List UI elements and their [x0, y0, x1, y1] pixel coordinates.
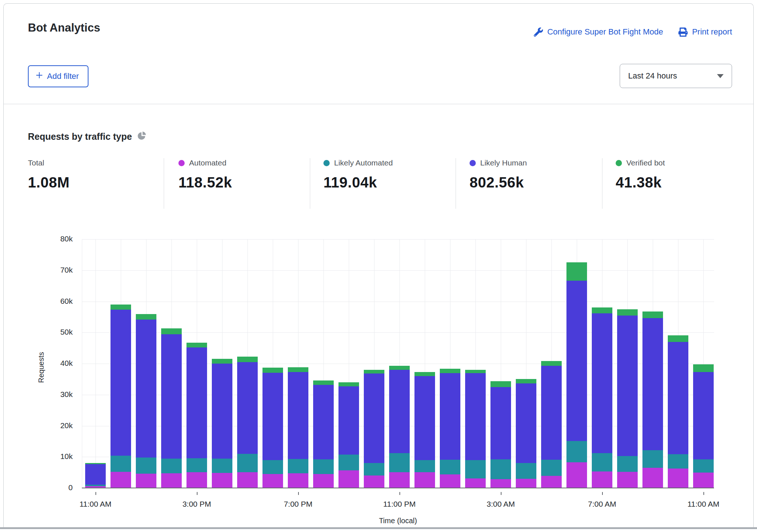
bar-5-00-am[interactable]: [541, 361, 562, 488]
bar-segment-verified-bot[interactable]: [338, 382, 359, 386]
stat-likely-automated[interactable]: Likely Automated 119.04k: [323, 158, 393, 209]
bar-segment-likely-human[interactable]: [389, 370, 410, 453]
bar-3-00-pm[interactable]: [186, 343, 207, 488]
bar-10-00-am[interactable]: [668, 335, 688, 488]
bar-segment-verified-bot[interactable]: [440, 369, 460, 373]
bar-segment-likely-human[interactable]: [111, 310, 131, 455]
bar-segment-likely-automated[interactable]: [237, 454, 258, 473]
bar-segment-verified-bot[interactable]: [313, 380, 334, 385]
bar-segment-automated[interactable]: [642, 468, 663, 488]
bar-segment-likely-human[interactable]: [136, 320, 156, 457]
bar-segment-automated[interactable]: [490, 479, 511, 488]
bar-segment-likely-automated[interactable]: [313, 459, 334, 474]
bar-segment-likely-human[interactable]: [693, 372, 714, 459]
bar-segment-likely-human[interactable]: [186, 347, 207, 458]
bar-segment-likely-automated[interactable]: [364, 463, 384, 475]
bar-segment-automated[interactable]: [338, 470, 359, 488]
bar-9-00-pm[interactable]: [338, 382, 359, 488]
bar-segment-verified-bot[interactable]: [288, 367, 308, 372]
bar-segment-likely-human[interactable]: [541, 366, 562, 460]
bar-9-00-am[interactable]: [642, 311, 663, 488]
bar-12-00-am[interactable]: [414, 372, 435, 488]
bar-segment-likely-automated[interactable]: [288, 459, 308, 473]
bar-segment-likely-automated[interactable]: [516, 463, 536, 479]
time-range-dropdown[interactable]: Last 24 hours: [620, 64, 732, 88]
bar-4-00-am[interactable]: [516, 379, 536, 488]
bar-segment-likely-automated[interactable]: [668, 454, 688, 469]
bar-segment-verified-bot[interactable]: [490, 381, 511, 387]
bar-1-00-am[interactable]: [440, 369, 460, 488]
bar-segment-likely-human[interactable]: [440, 373, 460, 460]
add-filter-button[interactable]: Add filter: [28, 65, 88, 87]
bar-1-00-pm[interactable]: [136, 314, 156, 488]
bar-segment-verified-bot[interactable]: [389, 366, 410, 370]
bar-segment-likely-human[interactable]: [516, 383, 536, 463]
bar-segment-likely-automated[interactable]: [566, 441, 587, 462]
bar-segment-verified-bot[interactable]: [161, 328, 182, 334]
bar-segment-likely-automated[interactable]: [414, 460, 435, 473]
bar-11-00-pm[interactable]: [389, 366, 410, 488]
bar-segment-automated[interactable]: [313, 474, 334, 488]
bar-2-00-am[interactable]: [465, 370, 486, 488]
bar-segment-automated[interactable]: [566, 462, 587, 488]
bar-segment-likely-automated[interactable]: [642, 450, 663, 467]
bar-segment-likely-automated[interactable]: [617, 456, 638, 471]
bar-segment-automated[interactable]: [414, 472, 435, 488]
bar-segment-verified-bot[interactable]: [541, 361, 562, 366]
bar-segment-likely-automated[interactable]: [541, 460, 562, 476]
bar-segment-automated[interactable]: [212, 473, 232, 488]
bar-segment-automated[interactable]: [237, 472, 258, 488]
bar-segment-verified-bot[interactable]: [414, 372, 435, 376]
bar-5-00-pm[interactable]: [237, 357, 258, 488]
bar-segment-likely-human[interactable]: [212, 364, 232, 459]
bar-segment-likely-automated[interactable]: [136, 458, 156, 474]
bar-10-00-pm[interactable]: [364, 370, 384, 488]
bar-segment-verified-bot[interactable]: [465, 370, 486, 373]
bar-segment-verified-bot[interactable]: [516, 379, 536, 383]
bar-segment-likely-human[interactable]: [338, 386, 359, 455]
bar-segment-verified-bot[interactable]: [668, 335, 688, 342]
bar-11-00-am[interactable]: [693, 364, 714, 488]
bar-segment-likely-human[interactable]: [566, 281, 587, 441]
bar-segment-automated[interactable]: [389, 472, 410, 488]
bar-segment-likely-human[interactable]: [364, 374, 384, 463]
bar-segment-automated[interactable]: [592, 471, 612, 488]
bar-segment-likely-human[interactable]: [313, 385, 334, 459]
bar-segment-likely-human[interactable]: [288, 372, 308, 459]
stat-automated[interactable]: Automated 118.52k: [178, 158, 232, 209]
bar-segment-likely-human[interactable]: [414, 376, 435, 460]
bar-segment-verified-bot[interactable]: [566, 262, 587, 281]
bar-segment-automated[interactable]: [186, 472, 207, 488]
bar-segment-automated[interactable]: [465, 478, 486, 488]
bar-7-00-pm[interactable]: [288, 367, 308, 488]
bar-6-00-am[interactable]: [566, 262, 587, 488]
bar-segment-automated[interactable]: [262, 474, 283, 488]
bar-segment-likely-human[interactable]: [592, 313, 612, 453]
bar-segment-likely-automated[interactable]: [111, 456, 131, 472]
bar-segment-likely-automated[interactable]: [212, 459, 232, 473]
bar-4-00-pm[interactable]: [212, 359, 232, 488]
bar-segment-likely-human[interactable]: [262, 373, 283, 460]
bar-segment-automated[interactable]: [668, 469, 688, 488]
bar-segment-verified-bot[interactable]: [186, 343, 207, 347]
bar-segment-likely-human[interactable]: [490, 387, 511, 459]
bar-segment-likely-human[interactable]: [465, 373, 486, 460]
stat-likely-human[interactable]: Likely Human 802.56k: [470, 158, 527, 209]
bar-segment-verified-bot[interactable]: [617, 309, 638, 315]
bar-11-00-am[interactable]: [85, 463, 106, 488]
bar-segment-verified-bot[interactable]: [364, 370, 384, 374]
bar-segment-verified-bot[interactable]: [237, 357, 258, 362]
bar-segment-likely-automated[interactable]: [693, 459, 714, 473]
bar-segment-likely-human[interactable]: [237, 362, 258, 453]
stat-total[interactable]: Total 1.08M: [28, 158, 70, 209]
bar-segment-verified-bot[interactable]: [111, 305, 131, 310]
bar-segment-likely-human[interactable]: [668, 342, 688, 455]
bar-segment-likely-human[interactable]: [85, 464, 106, 485]
bar-segment-verified-bot[interactable]: [592, 307, 612, 313]
bar-segment-likely-automated[interactable]: [262, 460, 283, 474]
bar-8-00-pm[interactable]: [313, 380, 334, 488]
bar-segment-verified-bot[interactable]: [693, 364, 714, 372]
bar-segment-verified-bot[interactable]: [212, 359, 232, 364]
bar-segment-likely-automated[interactable]: [465, 460, 486, 478]
bar-segment-likely-human[interactable]: [617, 316, 638, 456]
